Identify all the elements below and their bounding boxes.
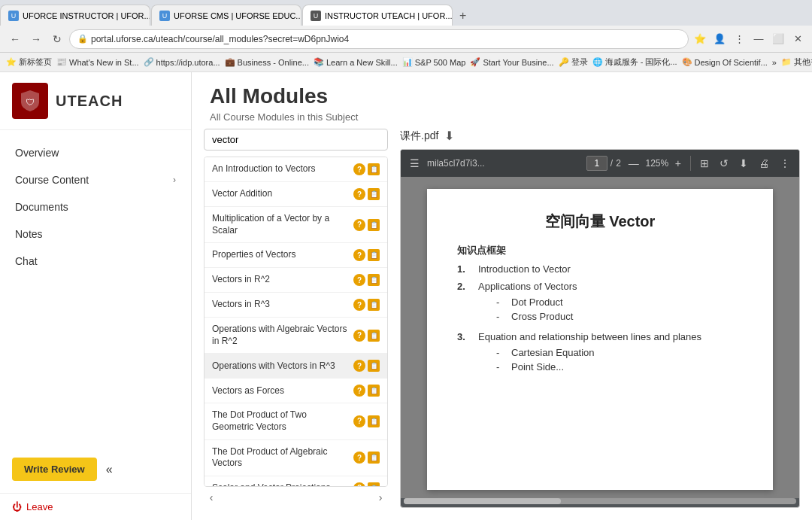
more-options-icon[interactable]: ⋮ [731, 31, 747, 47]
question-icon-7[interactable]: ? [353, 360, 365, 372]
pdf-print-button[interactable]: 🖨 [756, 154, 772, 172]
bookmark-8[interactable]: 🔑登录 [559, 56, 588, 68]
question-icon-1[interactable]: ? [353, 188, 365, 200]
question-icon-5[interactable]: ? [353, 299, 365, 311]
sidebar-item-chat[interactable]: Chat [0, 248, 191, 275]
question-icon-0[interactable]: ? [353, 163, 365, 175]
pdf-zoom-in-button[interactable]: + [672, 154, 684, 172]
question-icon-3[interactable]: ? [353, 249, 365, 261]
minimize-button[interactable]: — [750, 31, 767, 47]
book-icon-2[interactable]: 📋 [368, 219, 380, 231]
search-input[interactable] [204, 129, 388, 151]
sidebar-item-overview[interactable]: Overview [0, 139, 191, 166]
bookmark-10[interactable]: 🎨Design Of Scientif... [682, 57, 768, 67]
profile-icon[interactable]: 👤 [711, 31, 728, 47]
back-button[interactable]: ← [6, 30, 24, 48]
bookmarks-folder[interactable]: 📁其他书签 [781, 56, 812, 68]
maximize-button[interactable]: ⬜ [770, 31, 786, 47]
question-icon-6[interactable]: ? [353, 330, 365, 342]
bookmark-6[interactable]: 📊S&P 500 Map [402, 57, 466, 67]
module-item-9[interactable]: The Dot Product of Two Geometric Vectors… [205, 403, 387, 439]
scroll-right[interactable]: › [373, 490, 388, 505]
bookmark-2[interactable]: 📰What's New in St... [56, 57, 139, 67]
bookmark-5[interactable]: 📚Learn a New Skill... [314, 57, 398, 67]
refresh-button[interactable]: ↻ [48, 30, 66, 48]
tab-3-label: INSTRUCTOR UTEACH | UFOR... [325, 11, 453, 20]
question-icon-4[interactable]: ? [353, 274, 365, 286]
tab-bar: U UFORCE INSTRUCTOR | UFOR... ✕ U UFORSE… [0, 0, 812, 26]
pdf-page-input[interactable] [586, 156, 607, 171]
address-bar[interactable]: 🔒 portal.uforse.ca/uteach/course/all_mod… [69, 29, 689, 49]
tab-2[interactable]: U UFORSE CMS | UFORSE EDUC... ✕ [151, 5, 301, 26]
book-icon-4[interactable]: 📋 [368, 274, 380, 286]
module-name-4: Vectors in R^2 [212, 274, 349, 286]
pdf-content[interactable]: 空间向量 Vector 知识点框架 1. Introduction to Vec… [401, 177, 799, 498]
book-icon-10[interactable]: 📋 [368, 452, 380, 464]
tab-1-label: UFORCE INSTRUCTOR | UFOR... [23, 11, 150, 20]
scroll-left[interactable]: ‹ [204, 490, 219, 505]
sidebar-item-course-content[interactable]: Course Content › [0, 166, 191, 193]
pdf-item-1-text: Applications of Vectors [478, 281, 577, 292]
bookmark-4[interactable]: 💼Business - Online... [225, 57, 309, 67]
pdf-sub-list-1: - Dot Product - Cross Product [478, 296, 577, 322]
module-item-4[interactable]: Vectors in R^2 ? 📋 [205, 268, 387, 293]
pdf-filename: mila5cl7d7i3... [427, 158, 582, 169]
module-item-3[interactable]: Properties of Vectors ? 📋 [205, 243, 387, 268]
logo-text: UTEACH [56, 93, 123, 110]
module-icons-4: ? 📋 [353, 274, 380, 286]
sidebar-item-notes[interactable]: Notes [0, 220, 191, 248]
pdf-fit-button[interactable]: ⊞ [697, 154, 712, 172]
book-icon-3[interactable]: 📋 [368, 249, 380, 261]
leave-button[interactable]: ⏻ Leave [0, 493, 191, 520]
collapse-sidebar-button[interactable]: « [103, 460, 116, 479]
module-item-5[interactable]: Vectors in R^3 ? 📋 [205, 293, 387, 318]
close-button[interactable]: ✕ [789, 31, 806, 47]
pdf-rotate-button[interactable]: ↺ [717, 154, 732, 172]
bookmark-7[interactable]: 🚀Start Your Busine... [470, 57, 553, 67]
pdf-sub-text-1-0: Dot Product [511, 296, 563, 308]
module-item-10[interactable]: The Dot Product of Algebraic Vectors ? 📋 [205, 440, 387, 476]
module-item-2[interactable]: Multiplication of a Vector by a Scalar ?… [205, 207, 387, 243]
pdf-download-icon[interactable]: ⬇ [444, 129, 454, 143]
bookmarks-more[interactable]: » [772, 58, 777, 67]
pdf-tool-separator [690, 156, 691, 171]
book-icon-7[interactable]: 📋 [368, 360, 380, 372]
pdf-horizontal-scrollbar[interactable] [404, 498, 796, 504]
forward-button[interactable]: → [27, 30, 45, 48]
bookmark-9[interactable]: 🌐海戚服务 - 国际化... [592, 56, 677, 68]
new-tab-button[interactable]: + [453, 6, 472, 26]
book-icon-9[interactable]: 📋 [368, 415, 380, 427]
sidebar-nav: Overview Course Content › Documents Note… [0, 130, 191, 449]
extensions-icon[interactable]: ⭐ [692, 31, 708, 47]
pdf-scrollbar-thumb [404, 498, 561, 504]
bookmark-3[interactable]: 🔗https://idp.utora... [144, 57, 220, 67]
book-icon-8[interactable]: 📋 [368, 385, 380, 397]
tab-3[interactable]: U INSTRUCTOR UTEACH | UFOR... ✕ [302, 5, 453, 26]
module-item-7[interactable]: Operations with Vectors in R^3 ? 📋 [205, 354, 387, 379]
module-item-6[interactable]: Operations with Algebraic Vectors in R^2… [205, 318, 387, 354]
pdf-download-button[interactable]: ⬇ [736, 154, 751, 172]
pdf-menu-button[interactable]: ☰ [407, 154, 423, 172]
pdf-zoom-out-button[interactable]: — [626, 154, 642, 172]
module-icons-7: ? 📋 [353, 360, 380, 372]
question-icon-2[interactable]: ? [353, 219, 365, 231]
pdf-more-button[interactable]: ⋮ [777, 154, 793, 172]
book-icon-1[interactable]: 📋 [368, 188, 380, 200]
module-item-8[interactable]: Vectors as Forces ? 📋 [205, 379, 387, 403]
question-icon-10[interactable]: ? [353, 452, 365, 464]
module-item-0[interactable]: An Introduction to Vectors ? 📋 [205, 157, 387, 182]
module-item-1[interactable]: Vector Addition ? 📋 [205, 182, 387, 207]
book-icon-5[interactable]: 📋 [368, 299, 380, 311]
module-icons-1: ? 📋 [353, 188, 380, 200]
sidebar-item-documents[interactable]: Documents [0, 193, 191, 220]
content-area: An Introduction to Vectors ? 📋 Vector Ad… [192, 129, 812, 520]
question-icon-8[interactable]: ? [353, 385, 365, 397]
bookmark-1[interactable]: ⭐新标签页 [6, 56, 52, 68]
book-icon-0[interactable]: 📋 [368, 163, 380, 175]
module-item-11[interactable]: Scalar and Vector Projections ? 📋 [205, 476, 387, 487]
modules-scroll[interactable]: An Introduction to Vectors ? 📋 Vector Ad… [204, 157, 388, 487]
tab-1[interactable]: U UFORCE INSTRUCTOR | UFOR... ✕ [0, 5, 150, 26]
write-review-button[interactable]: Write Review [12, 458, 97, 481]
question-icon-9[interactable]: ? [353, 415, 365, 427]
book-icon-6[interactable]: 📋 [368, 330, 380, 342]
